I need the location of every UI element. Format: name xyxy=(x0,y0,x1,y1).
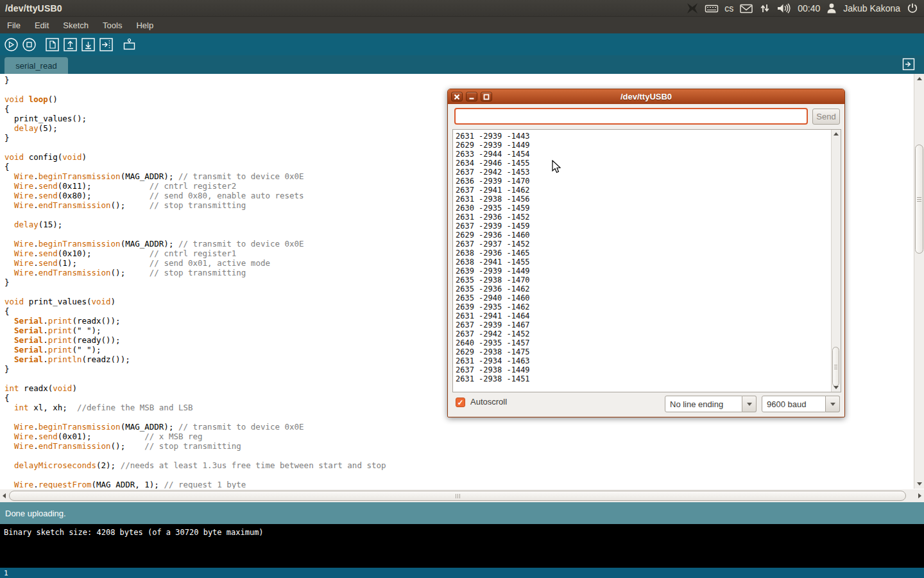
keyboard-layout-label[interactable]: cs xyxy=(724,3,733,13)
line-ending-select[interactable]: No line ending xyxy=(665,396,742,412)
line-ending-value: No line ending xyxy=(670,399,723,409)
serial-scrollbar[interactable] xyxy=(831,130,841,392)
editor-hscroll-thumb[interactable] xyxy=(9,491,906,501)
notification-applet-icon[interactable] xyxy=(686,2,699,15)
autoscroll-label: Autoscroll xyxy=(470,397,507,407)
checkmark-icon: ✓ xyxy=(457,399,463,407)
verify-button[interactable] xyxy=(4,37,19,52)
chevron-down-icon xyxy=(830,403,835,406)
chevron-down-icon xyxy=(747,403,752,406)
line-indicator-bar: 1 xyxy=(0,568,924,578)
serial-scroll-thumb[interactable] xyxy=(832,347,839,387)
new-sketch-button[interactable] xyxy=(45,37,60,52)
save-sketch-button[interactable] xyxy=(81,37,96,52)
keyboard-layout-icon[interactable] xyxy=(705,2,719,15)
status-bar: Done uploading. xyxy=(0,502,924,524)
send-button[interactable]: Send xyxy=(812,109,840,125)
user-icon xyxy=(826,2,837,15)
tab-strip: serial_read xyxy=(0,55,924,74)
serial-output-rows: 2631 -2939 -1443 2629 -2939 -1449 2633 -… xyxy=(453,130,841,383)
serial-output-area[interactable]: 2631 -2939 -1443 2629 -2939 -1449 2633 -… xyxy=(452,129,841,392)
network-icon[interactable] xyxy=(759,2,771,15)
scroll-down-arrow[interactable] xyxy=(917,482,922,486)
serial-monitor-button[interactable] xyxy=(122,37,137,52)
top-panel: /dev/ttyUSB0 cs 00:40 Jakub Kakona xyxy=(0,0,924,16)
scroll-left-arrow[interactable] xyxy=(3,493,6,498)
scroll-up-arrow[interactable] xyxy=(917,77,922,80)
menu-item-tools[interactable]: Tools xyxy=(96,17,129,34)
editor-horizontal-scrollbar[interactable] xyxy=(0,489,924,502)
serial-monitor-titlebar[interactable]: /dev/ttyUSB0 xyxy=(448,89,844,104)
stop-button[interactable] xyxy=(22,37,37,52)
minimize-icon[interactable] xyxy=(466,92,477,101)
tab-label: serial_read xyxy=(15,61,56,71)
serial-scroll-up-arrow[interactable] xyxy=(834,132,839,136)
editor-scroll-thumb[interactable] xyxy=(915,144,923,254)
serial-monitor-controls: ✓ Autoscroll No line ending 9600 baud xyxy=(448,396,844,415)
menu-item-edit[interactable]: Edit xyxy=(28,17,56,34)
baud-rate-select[interactable]: 9600 baud xyxy=(762,396,826,412)
autoscroll-checkbox[interactable]: ✓ xyxy=(456,398,465,407)
serial-monitor-title: /dev/ttyUSB0 xyxy=(448,92,844,101)
menu-item-sketch[interactable]: Sketch xyxy=(56,17,96,34)
close-icon[interactable] xyxy=(451,92,463,101)
baud-dropdown-button[interactable] xyxy=(826,396,840,412)
active-window-title: /dev/ttyUSB0 xyxy=(0,3,62,13)
console-line: Binary sketch size: 4208 bytes (of a 307… xyxy=(4,528,264,537)
scroll-right-arrow[interactable] xyxy=(918,493,921,498)
volume-icon[interactable] xyxy=(776,2,792,15)
line-ending-dropdown-button[interactable] xyxy=(742,396,757,412)
mail-icon[interactable] xyxy=(739,2,753,15)
system-tray: cs 00:40 Jakub Kakona xyxy=(686,0,921,16)
mouse-cursor xyxy=(552,160,561,177)
menu-item-file[interactable]: File xyxy=(0,17,28,34)
ide-toolbar xyxy=(0,33,924,55)
baud-rate-value: 9600 baud xyxy=(767,399,806,409)
upload-button[interactable] xyxy=(99,37,114,52)
open-sketch-button[interactable] xyxy=(63,37,78,52)
status-message: Done uploading. xyxy=(5,509,66,518)
user-menu[interactable]: Jakub Kakona xyxy=(843,3,900,13)
serial-send-input[interactable] xyxy=(454,108,808,125)
clock[interactable]: 00:40 xyxy=(798,3,820,13)
serial-monitor-window: /dev/ttyUSB0 Send 2631 -2939 -1443 2629 … xyxy=(447,89,845,417)
tab-menu-button[interactable] xyxy=(902,58,915,71)
line-number: 1 xyxy=(4,569,8,577)
menubar: FileEditSketchToolsHelp xyxy=(0,16,924,33)
menu-item-help[interactable]: Help xyxy=(129,17,160,34)
build-console: Binary sketch size: 4208 bytes (of a 307… xyxy=(0,524,924,568)
maximize-icon[interactable] xyxy=(481,92,492,101)
serial-scroll-down-arrow[interactable] xyxy=(834,386,839,389)
tab-serial-read[interactable]: serial_read xyxy=(4,57,68,74)
editor-vertical-scrollbar[interactable] xyxy=(914,74,924,489)
session-gear-icon[interactable] xyxy=(906,2,919,15)
